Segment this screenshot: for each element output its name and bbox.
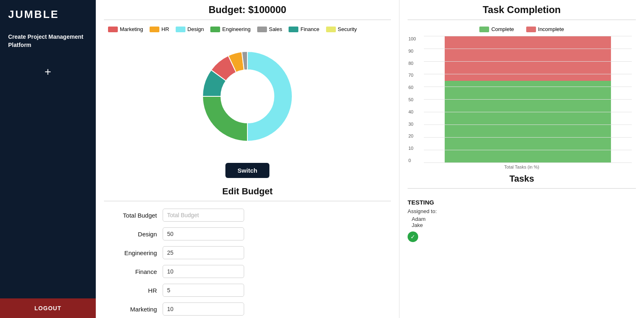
legend-label: Marketing [120,26,143,32]
legend-color [176,27,185,32]
legend-label: HR [161,26,169,32]
bar-chart-container: 0102030405060708090100 Total Tasks (in %… [408,36,636,169]
form-label: HR [116,287,157,294]
y-axis-label: 0 [408,158,416,163]
task-completion-divider [408,20,636,20]
y-axis-label: 60 [408,85,416,90]
assignee-name: Jake [412,222,636,228]
legend-color [150,27,159,32]
task-card: TESTINGAssigned to:AdamJake✓ [408,195,636,246]
legend-item: Security [326,26,357,32]
sidebar: JUMBLE Create Project Management Platfor… [0,0,96,318]
legend-color [289,27,298,32]
y-axis-label: 50 [408,97,416,102]
form-input-marketing[interactable] [163,302,244,316]
bar-chart-area: 0102030405060708090100 [424,36,632,163]
bar-legend-item: Incomplete [526,26,564,32]
legend-item: Sales [257,26,282,32]
form-input-total-budget[interactable] [163,209,244,222]
switch-button[interactable]: Switch [225,163,269,178]
donut-segment [247,51,292,141]
legend-label: Complete [491,26,514,32]
tasks-title: Tasks [408,173,636,184]
legend-item: Design [176,26,204,32]
bar-legend-item: Complete [479,26,514,32]
task-name: TESTING [408,199,636,206]
legend-color [210,27,220,32]
form-label: Engineering [116,249,157,256]
y-axis-label: 20 [408,133,416,138]
edit-budget-divider [104,201,391,201]
grid-line [424,99,632,100]
task-assignees: AdamJake [408,216,636,228]
project-title: Create Project Management Platform [6,33,90,49]
main-content: Budget: $100000 MarketingHRDesignEnginee… [96,0,644,318]
y-axis-label: 10 [408,146,416,151]
right-panel: Task Completion CompleteIncomplete 01020… [399,0,644,318]
legend-color [479,27,489,32]
grid-line [424,87,632,87]
grid-line [424,125,632,125]
form-label: Total Budget [116,212,157,219]
legend-label: Security [338,26,357,32]
grid-line [424,137,632,138]
add-project-button[interactable]: + [44,65,51,78]
form-label: Marketing [116,306,157,313]
budget-divider [104,20,391,20]
y-axis-label: 40 [408,109,416,114]
tasks-list: TESTINGAssigned to:AdamJake✓ [408,195,636,246]
bar-chart-legend: CompleteIncomplete [408,26,636,32]
grid-line [424,162,632,163]
y-axis-label: 100 [408,36,416,41]
grid-line [424,74,632,74]
grid-line [424,36,632,36]
form-row: Finance [116,265,379,278]
legend-color [257,27,267,32]
complete-bar [445,81,611,163]
budget-form: Total BudgetDesignEngineeringFinanceHRMa… [104,209,391,318]
donut-chart [188,37,307,156]
form-label: Design [116,231,157,238]
form-label: Finance [116,268,157,275]
budget-title: Budget: $100000 [104,4,391,16]
form-input-hr[interactable] [163,284,244,297]
logout-button[interactable]: LOGOUT [0,298,96,318]
legend-item: Engineering [210,26,250,32]
grid-line [424,150,632,150]
legend-item: Marketing [108,26,143,32]
legend-label: Design [187,26,204,32]
grid-line [424,61,632,62]
grid-line [424,49,632,49]
x-axis-label: Total Tasks (in %) [408,165,636,169]
y-axis-labels: 0102030405060708090100 [408,36,416,163]
form-row: Engineering [116,246,379,259]
task-complete-icon: ✓ [408,231,418,242]
legend-label: Sales [269,26,282,32]
legend-color [526,27,536,32]
legend-label: Finance [300,26,319,32]
form-row: Total Budget [116,209,379,222]
y-axis-label: 80 [408,61,416,66]
task-completion-title: Task Completion [408,4,636,16]
legend-item: Finance [289,26,319,32]
form-row: Marketing [116,302,379,316]
edit-budget-title: Edit Budget [104,186,391,197]
form-input-engineering[interactable] [163,246,244,259]
grid-line [424,112,632,112]
legend-label: Engineering [222,26,250,32]
legend-item: HR [150,26,169,32]
donut-chart-container [104,37,391,156]
form-input-design[interactable] [163,227,244,240]
form-row: HR [116,284,379,297]
bar-stack [445,36,611,163]
logo: JUMBLE [6,8,59,21]
legend-color [326,27,336,32]
donut-legend: MarketingHRDesignEngineeringSalesFinance… [104,26,391,32]
legend-label: Incomplete [538,26,564,32]
form-row: Design [116,227,379,240]
form-input-finance[interactable] [163,265,244,278]
assigned-label: Assigned to: [408,208,636,214]
assignee-name: Adam [412,216,636,222]
legend-color [108,27,118,32]
tasks-divider [408,188,636,189]
